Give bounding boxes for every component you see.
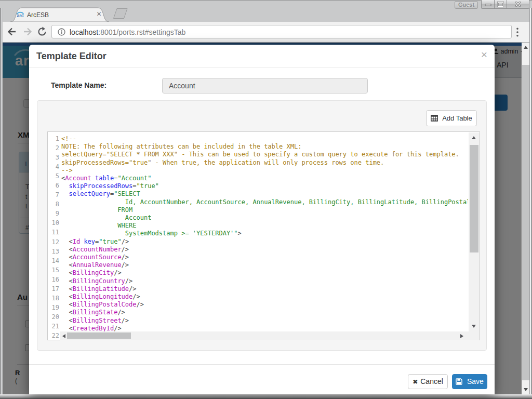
code-line: <Id key="true"/> bbox=[61, 238, 468, 246]
add-table-button[interactable]: Add Table bbox=[426, 110, 477, 126]
window-close-button[interactable] bbox=[507, 0, 529, 9]
maximize-icon bbox=[497, 2, 504, 7]
code-line: WHERE bbox=[61, 222, 468, 230]
browser-menu-icon[interactable] bbox=[516, 28, 519, 37]
editor-hscrollbar-thumb[interactable] bbox=[67, 332, 131, 339]
page-scrollbar-thumb[interactable] bbox=[522, 65, 529, 380]
code-line: <BillingCountry/> bbox=[61, 277, 468, 285]
code-line: Id, AccountNumber, AccountSource, Annual… bbox=[61, 198, 468, 206]
modal-title: Template Editor bbox=[36, 51, 107, 62]
url-path: :8001/ports.rst#settingsTab bbox=[98, 28, 185, 36]
code-editor[interactable]: 1 2 3 4 5 6 7 8 9 10 11 12 13 14 15 16 1… bbox=[47, 131, 480, 340]
scroll-right-icon[interactable] bbox=[460, 334, 463, 338]
window-border-bottom bbox=[0, 394, 532, 399]
code-line: NOTE: The following attributes can be in… bbox=[61, 143, 468, 151]
code-line: <AccountSource/> bbox=[61, 254, 468, 261]
code-line: selectQuery="SELECT * FROM XXX" - This c… bbox=[61, 151, 468, 158]
code-line: <BillingLatitude/> bbox=[61, 285, 468, 293]
minimize-icon bbox=[485, 2, 491, 6]
table-icon bbox=[431, 115, 438, 122]
tab-title: ArcESB bbox=[27, 11, 49, 19]
editor-panel: Add Table 1 2 3 4 5 6 7 8 9 10 11 12 13 … bbox=[37, 100, 487, 351]
tab-favicon-arc-icon: arc bbox=[16, 10, 24, 19]
code-line: <BillingPostalCode/> bbox=[61, 301, 468, 309]
scroll-down-icon[interactable] bbox=[524, 388, 528, 391]
template-editor-modal: Template Editor × Template Name: Account… bbox=[29, 45, 495, 394]
code-line: skipProcessedRows="true" bbox=[61, 182, 468, 190]
code-line: <BillingLongitude/> bbox=[61, 293, 468, 301]
code-line: selectQuery="SELECT bbox=[61, 190, 468, 198]
code-line: <BillingStreet/> bbox=[61, 317, 468, 325]
code-line: <BillingCity/> bbox=[61, 269, 468, 277]
maximize-button[interactable] bbox=[494, 0, 507, 9]
code-line: Account bbox=[61, 214, 468, 222]
cancel-label: Cancel bbox=[420, 377, 443, 385]
url-text[interactable]: localhost:8001/ports.rst#settingsTab bbox=[70, 28, 185, 36]
window-controls bbox=[481, 0, 529, 9]
save-icon bbox=[456, 378, 462, 385]
code-line: skipProcessedRows="true" - When true, th… bbox=[61, 159, 468, 167]
url-host: localhost bbox=[70, 28, 98, 36]
code-line: <Account table="Account" bbox=[61, 175, 468, 182]
code-line: SystemModstamp >= 'YESTERDAY'"> bbox=[61, 230, 468, 237]
scroll-left-icon[interactable] bbox=[62, 334, 65, 338]
minimize-button[interactable] bbox=[481, 0, 494, 9]
browser-window: Guest arc ArcESB ✕ bbox=[0, 0, 532, 399]
save-label: Save bbox=[467, 377, 484, 385]
window-border-right bbox=[529, 8, 532, 399]
profile-button[interactable]: Guest bbox=[455, 1, 478, 9]
divider bbox=[29, 364, 495, 365]
add-table-label: Add Table bbox=[442, 114, 472, 122]
reload-button[interactable] bbox=[37, 26, 47, 37]
save-button[interactable]: Save bbox=[452, 374, 487, 389]
back-button[interactable] bbox=[6, 26, 18, 37]
template-name-label: Template Name: bbox=[51, 81, 107, 89]
editor-scrollbar-corner bbox=[469, 332, 480, 340]
template-name-input[interactable]: Account bbox=[162, 78, 368, 94]
code-line: <!-- bbox=[61, 135, 468, 143]
cancel-button[interactable]: ✖Cancel bbox=[408, 374, 448, 389]
svg-text:arc: arc bbox=[17, 13, 24, 18]
modal-close-icon[interactable]: × bbox=[478, 49, 490, 61]
editor-line-numbers: 1 2 3 4 5 6 7 8 9 10 11 12 13 14 15 16 1… bbox=[49, 134, 59, 340]
scroll-up-icon[interactable] bbox=[472, 136, 476, 139]
window-close-icon bbox=[515, 2, 521, 7]
code-line: --> bbox=[61, 167, 468, 175]
scroll-down-icon[interactable] bbox=[472, 325, 476, 328]
tab-close-icon[interactable]: ✕ bbox=[96, 11, 102, 18]
forward-button[interactable] bbox=[22, 26, 33, 37]
editor-code[interactable]: <!--NOTE: The following attributes can b… bbox=[61, 135, 468, 331]
browser-tab[interactable] bbox=[10, 7, 110, 22]
code-line: <CreatedById/> bbox=[61, 325, 468, 331]
editor-vscrollbar-thumb[interactable] bbox=[470, 145, 478, 252]
cancel-x-icon: ✖ bbox=[413, 378, 418, 385]
divider bbox=[29, 68, 495, 68]
code-line: FROM bbox=[61, 206, 468, 214]
scroll-up-icon[interactable] bbox=[524, 46, 528, 49]
page-info-icon[interactable] bbox=[58, 28, 65, 36]
code-line: <AccountNumber/> bbox=[61, 246, 468, 254]
window-titlebar bbox=[0, 0, 532, 8]
code-line: <AnnualRevenue/> bbox=[61, 261, 468, 269]
code-line: <BillingState/> bbox=[61, 309, 468, 316]
window-border-left bbox=[0, 8, 3, 399]
new-tab-button[interactable] bbox=[112, 8, 129, 19]
